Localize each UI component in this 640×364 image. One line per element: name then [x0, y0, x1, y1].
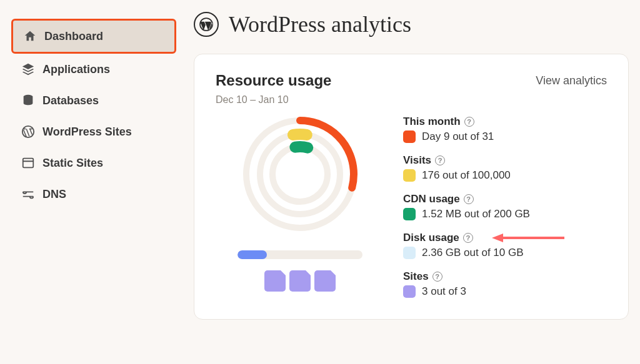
svg-point-8	[268, 142, 332, 206]
resource-usage-card: Resource usage View analytics Dec 10 – J…	[194, 54, 629, 320]
svg-point-5	[272, 147, 328, 202]
stat-value: 1.52 MB out of 200 GB	[422, 208, 530, 220]
swatch	[403, 285, 416, 298]
card-title: Resource usage	[216, 72, 331, 89]
stat-value: 176 out of 100,000	[422, 169, 511, 182]
svg-rect-2	[23, 159, 34, 168]
sidebar-item-static-sites[interactable]: Static Sites	[11, 147, 176, 179]
stat-sites: Sites ? 3 out of 3	[403, 270, 607, 298]
svg-marker-10	[492, 234, 503, 242]
sidebar-item-wordpress-sites[interactable]: WordPress Sites	[11, 116, 176, 147]
stat-visits: Visits ? 176 out of 100,000	[403, 154, 607, 182]
sidebar: Dashboard Applications Databases WordPre…	[0, 0, 188, 364]
site-chip	[289, 270, 311, 292]
stat-value: 3 out of 3	[422, 285, 466, 298]
sidebar-item-label: Applications	[42, 63, 110, 76]
stat-label-text: CDN usage	[403, 193, 460, 205]
wordpress-logo-icon	[194, 12, 219, 37]
sidebar-item-label: DNS	[42, 188, 66, 201]
page-title: WordPress analytics	[229, 11, 411, 37]
sites-chips	[264, 270, 336, 292]
help-icon[interactable]: ?	[432, 272, 442, 282]
stat-disk: Disk usage ? 2.36 GB out of 10 GB	[403, 232, 607, 259]
swatch	[403, 208, 416, 220]
swatch	[403, 169, 416, 182]
sidebar-item-label: Static Sites	[42, 157, 103, 170]
date-range: Dec 10 – Jan 10	[216, 94, 607, 106]
site-chip	[264, 270, 286, 292]
stat-cdn: CDN usage ? 1.52 MB out of 200 GB	[403, 193, 607, 220]
view-analytics-link[interactable]: View analytics	[536, 74, 607, 87]
swatch	[403, 247, 416, 259]
sidebar-item-label: Dashboard	[44, 30, 103, 43]
sidebar-item-label: WordPress Sites	[42, 125, 132, 139]
sidebar-item-dashboard[interactable]: Dashboard	[11, 19, 176, 54]
help-icon[interactable]: ?	[464, 194, 474, 204]
donut-chart	[238, 112, 362, 237]
disk-bar	[238, 250, 362, 259]
wordpress-icon	[21, 125, 35, 139]
home-icon	[23, 29, 37, 43]
stat-label-text: Visits	[403, 154, 431, 167]
stat-label-text: Sites	[403, 270, 429, 283]
stat-value: Day 9 out of 31	[422, 130, 494, 143]
annotation-arrow-icon	[491, 232, 566, 244]
usage-visualization	[216, 112, 384, 298]
sidebar-item-applications[interactable]: Applications	[11, 54, 176, 85]
browser-icon	[21, 156, 35, 170]
stat-value: 2.36 GB out of 10 GB	[422, 247, 524, 259]
sidebar-item-dns[interactable]: DNS	[11, 179, 176, 210]
stat-this-month: This month ? Day 9 out of 31	[403, 116, 607, 143]
database-icon	[21, 94, 35, 107]
help-icon[interactable]: ?	[435, 155, 445, 165]
main: WordPress analytics Resource usage View …	[188, 0, 640, 364]
stat-label-text: Disk usage	[403, 232, 459, 244]
help-icon[interactable]: ?	[464, 117, 474, 127]
swatch	[403, 130, 416, 143]
dns-icon	[21, 187, 35, 201]
sidebar-item-label: Databases	[42, 94, 99, 107]
help-icon[interactable]: ?	[463, 233, 473, 243]
stat-label-text: This month	[403, 116, 461, 128]
sidebar-item-databases[interactable]: Databases	[11, 85, 176, 116]
layers-icon	[21, 62, 35, 76]
site-chip	[314, 270, 336, 292]
